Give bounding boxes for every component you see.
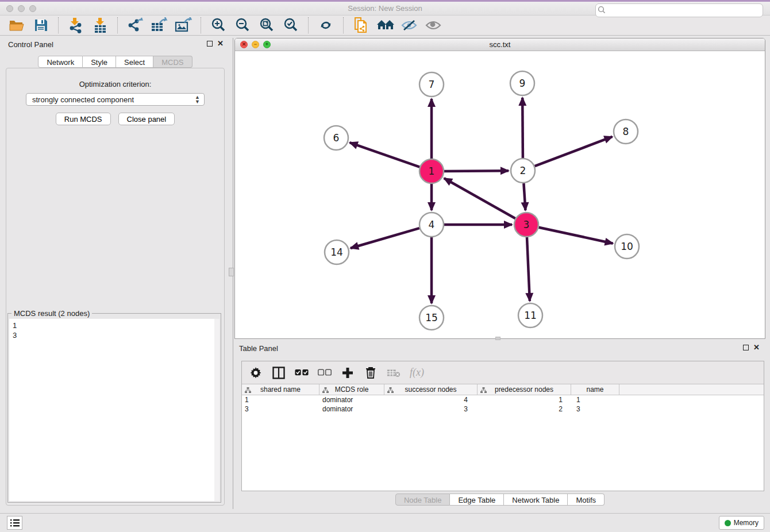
tab-mcds[interactable]: MCDS — [153, 56, 192, 68]
column-header-successor-nodes[interactable]: successor nodes — [384, 384, 478, 395]
table-cell[interactable]: 1 — [242, 395, 319, 404]
zoom-in-icon[interactable] — [209, 17, 228, 34]
import-network-icon[interactable] — [67, 17, 85, 34]
memory-status-icon — [725, 520, 731, 526]
column-header-label: name — [586, 385, 603, 394]
graph-node-8[interactable]: 8 — [614, 119, 638, 144]
memory-button[interactable]: Memory — [719, 516, 764, 530]
graph-node-label: 3 — [523, 219, 530, 230]
close-table-panel-icon[interactable]: ✕ — [753, 345, 760, 350]
table-cell[interactable]: 3 — [384, 404, 478, 414]
table-cell[interactable]: 4 — [384, 395, 478, 404]
table-row[interactable]: 1dominator411 — [242, 395, 764, 404]
scrollbar[interactable] — [214, 319, 220, 501]
status-bar: Memory — [0, 513, 770, 532]
graph-node-9[interactable]: 9 — [510, 71, 534, 95]
graph-node-7[interactable]: 7 — [419, 72, 444, 97]
export-table-icon[interactable] — [150, 17, 168, 34]
graph-node-label: 9 — [519, 78, 526, 89]
table-cell[interactable]: 3 — [571, 404, 619, 414]
graph-edge-2-3[interactable] — [523, 183, 525, 210]
float-panel-icon[interactable] — [207, 41, 213, 47]
delete-column-trash-icon[interactable] — [364, 366, 378, 380]
graph-node-label: 14 — [330, 246, 343, 258]
graph-node-label: 10 — [621, 241, 633, 252]
clone-network-icon[interactable] — [352, 17, 370, 34]
graph-edge-3-10[interactable] — [539, 228, 613, 244]
control-panel-tabs: NetworkStyleSelectMCDS — [5, 56, 226, 68]
table-cell[interactable]: 3 — [242, 404, 319, 414]
column-header-shared-name[interactable]: shared name — [242, 384, 319, 395]
graph-edge-1-6[interactable] — [350, 142, 420, 167]
mcds-result-line: 1 — [13, 321, 220, 330]
graph-edge-3-1[interactable] — [444, 178, 515, 218]
zoom-fit-icon[interactable] — [257, 17, 276, 34]
close-panel-button[interactable]: Close panel — [118, 113, 175, 125]
graph-node-1[interactable]: 1 — [419, 159, 444, 183]
close-panel-icon[interactable]: ✕ — [217, 41, 224, 47]
tab-node-table[interactable]: Node Table — [395, 494, 451, 506]
apply-layout-icon[interactable] — [317, 17, 335, 34]
tab-style[interactable]: Style — [83, 56, 116, 68]
optimization-criterion-select[interactable]: strongly connected component ▲▼ — [26, 93, 205, 106]
column-tree-icon — [480, 387, 487, 395]
zoom-out-icon[interactable] — [233, 17, 252, 34]
float-table-panel-icon[interactable] — [743, 345, 749, 350]
import-table-icon[interactable] — [91, 17, 109, 34]
control-panel: Control Panel ✕ NetworkStyleSelectMCDS O… — [5, 38, 226, 506]
open-session-icon[interactable] — [7, 17, 26, 34]
table-row[interactable]: 3dominator323 — [242, 404, 764, 414]
tab-network[interactable]: Network — [38, 56, 83, 68]
tab-network-table[interactable]: Network Table — [504, 494, 568, 506]
run-mcds-button[interactable]: Run MCDS — [56, 113, 111, 125]
graph-node-2[interactable]: 2 — [511, 159, 535, 183]
memory-label: Memory — [734, 519, 759, 527]
select-all-icon[interactable] — [295, 366, 309, 380]
show-columns-icon[interactable] — [272, 366, 286, 380]
table-settings-gear-icon[interactable] — [249, 366, 263, 380]
graph-node-6[interactable]: 6 — [324, 126, 348, 150]
column-header-name[interactable]: name — [571, 384, 619, 395]
table-cell[interactable]: 2 — [478, 404, 571, 414]
graph-edge-1-2[interactable] — [444, 171, 509, 171]
table-cell[interactable]: dominator — [319, 395, 384, 404]
graph-edge-2-9[interactable] — [522, 98, 523, 158]
mcds-result-group: MCDS result (2 nodes) 13 — [7, 313, 221, 503]
splitter-handle[interactable] — [229, 268, 234, 276]
mcds-result-list[interactable]: 13 — [9, 319, 220, 501]
network-overview-houses-icon[interactable] — [376, 17, 394, 34]
deselect-all-icon[interactable] — [318, 366, 332, 380]
graph-node-14[interactable]: 14 — [325, 240, 349, 264]
table-cell[interactable]: 1 — [478, 395, 571, 404]
graph-node-4[interactable]: 4 — [419, 213, 444, 237]
export-image-icon[interactable] — [174, 17, 192, 34]
column-header-MCDS-role[interactable]: MCDS role — [319, 384, 384, 395]
graph-edge-2-8[interactable] — [535, 137, 613, 166]
search-input[interactable] — [595, 3, 763, 17]
tab-motifs[interactable]: Motifs — [568, 494, 605, 506]
eye-slash-icon[interactable] — [400, 17, 418, 34]
graph-node-15[interactable]: 15 — [419, 306, 444, 330]
network-canvas[interactable]: 7968124314101511 — [235, 51, 765, 338]
graph-node-label: 2 — [520, 165, 526, 176]
tab-edge-table[interactable]: Edge Table — [450, 494, 504, 506]
column-tree-icon — [245, 387, 251, 395]
table-cell[interactable]: 1 — [571, 395, 619, 404]
add-column-plus-icon[interactable] — [341, 366, 355, 380]
view-resize-handle[interactable] — [495, 337, 500, 340]
save-session-icon[interactable] — [32, 17, 50, 34]
graph-node-11[interactable]: 11 — [518, 303, 542, 327]
network-window-titlebar[interactable]: ✕ − + scc.txt — [235, 38, 765, 51]
graph-edge-3-11[interactable] — [527, 237, 530, 301]
tab-select[interactable]: Select — [116, 56, 153, 68]
export-network-icon[interactable] — [126, 17, 144, 34]
table-body: 1dominator4113dominator323 — [242, 395, 764, 414]
graph-node-10[interactable]: 10 — [615, 234, 639, 259]
graph-edge-4-14[interactable] — [351, 228, 419, 248]
graph-node-3[interactable]: 3 — [514, 213, 538, 237]
column-header-predecessor-nodes[interactable]: predecessor nodes — [478, 384, 571, 395]
table-cell[interactable]: dominator — [319, 404, 384, 414]
zoom-selected-icon[interactable] — [282, 17, 300, 34]
eye-icon[interactable] — [424, 17, 442, 34]
task-history-button[interactable] — [7, 516, 22, 530]
